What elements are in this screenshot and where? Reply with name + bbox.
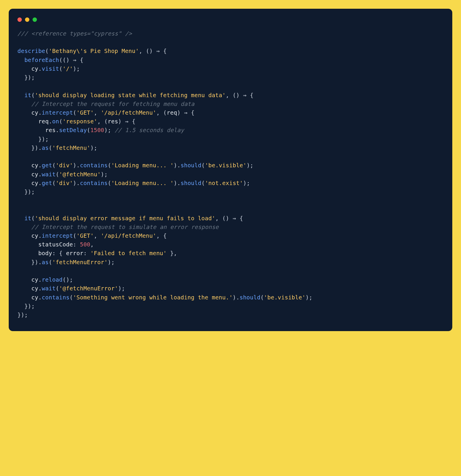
code-fn: wait	[42, 285, 56, 292]
code-string: 'Loading menu... '	[111, 180, 174, 187]
code-ident: cy	[31, 65, 38, 72]
code-fn: visit	[42, 65, 59, 72]
code-ident: cy	[31, 171, 38, 178]
code-fn: intercept	[42, 232, 73, 239]
code-ident: body	[38, 250, 52, 257]
code-string: 'GET'	[76, 232, 94, 239]
code-string: 'Loading menu... '	[111, 162, 174, 169]
code-fn: reload	[42, 276, 63, 283]
code-fn: get	[42, 180, 52, 187]
code-ident: cy	[31, 276, 38, 283]
code-string: 'should display error message if menu fa…	[35, 215, 215, 222]
window-titlebar	[17, 16, 444, 29]
code-fn: describe	[17, 48, 45, 54]
code-ident: cy	[31, 294, 38, 301]
code-fn: it	[24, 92, 31, 99]
code-string: '@fetchMenu'	[59, 171, 101, 178]
code-string: 'should display loading state while fetc…	[35, 92, 226, 99]
code-string: 'div'	[56, 162, 73, 169]
code-comment: /// <reference types="cypress" />	[17, 30, 132, 37]
code-number: 1500	[90, 127, 104, 134]
code-fn: contains	[80, 180, 108, 187]
code-ident: res	[45, 127, 56, 134]
code-param: req	[167, 109, 177, 116]
code-string: 'Something went wrong while loading the …	[73, 294, 233, 301]
code-fn: should	[181, 162, 201, 169]
code-block: /// <reference types="cypress" /> descri…	[17, 29, 444, 319]
code-string: '/'	[62, 65, 73, 72]
code-string: 'fetchMenuError'	[52, 259, 108, 266]
code-string: 'not.exist'	[205, 180, 243, 187]
code-string: 'response'	[62, 118, 97, 125]
code-string: '/api/fetchMenu'	[101, 232, 156, 239]
code-ident: cy	[31, 180, 38, 187]
code-ident: cy	[31, 109, 38, 116]
code-comment: // Intercept the request to simulate an …	[31, 224, 219, 230]
code-string: 'be.visible'	[205, 162, 246, 169]
code-string: 'be.visible'	[264, 294, 305, 301]
close-icon[interactable]	[17, 17, 22, 22]
code-comment: // 1.5 seconds delay	[115, 127, 184, 134]
code-window: /// <reference types="cypress" /> descri…	[9, 9, 452, 331]
code-ident: statusCode	[38, 241, 73, 248]
code-fn: beforeEach	[24, 57, 59, 63]
code-string: '@fetchMenuError'	[59, 285, 118, 292]
code-fn: on	[52, 118, 59, 125]
code-string: 'div'	[56, 180, 73, 187]
code-string: 'GET'	[76, 109, 94, 116]
code-fn: as	[42, 259, 49, 266]
code-ident: cy	[31, 285, 38, 292]
code-fn: should	[181, 180, 201, 187]
code-fn: as	[42, 145, 49, 151]
code-fn: contains	[80, 162, 108, 169]
code-string: 'fetchMenu'	[52, 145, 90, 151]
maximize-icon[interactable]	[33, 17, 37, 22]
code-fn: should	[240, 294, 260, 301]
code-fn: it	[24, 215, 31, 222]
code-param: res	[108, 118, 118, 125]
code-fn: setDelay	[59, 127, 87, 134]
code-ident: error	[66, 250, 83, 257]
code-comment: // Intercept the request for fetching me…	[31, 101, 194, 107]
code-fn: contains	[42, 294, 70, 301]
code-string: 'Failed to fetch menu'	[90, 250, 167, 257]
code-ident: cy	[31, 232, 38, 239]
code-fn: get	[42, 162, 52, 169]
minimize-icon[interactable]	[25, 17, 29, 22]
code-number: 500	[80, 241, 90, 248]
code-fn: intercept	[42, 109, 73, 116]
code-ident: cy	[31, 162, 38, 169]
code-string: 'Bethany\'s Pie Shop Menu'	[49, 48, 139, 54]
code-ident: req	[38, 118, 49, 125]
code-string: '/api/fetchMenu'	[101, 109, 156, 116]
code-fn: wait	[42, 171, 56, 178]
